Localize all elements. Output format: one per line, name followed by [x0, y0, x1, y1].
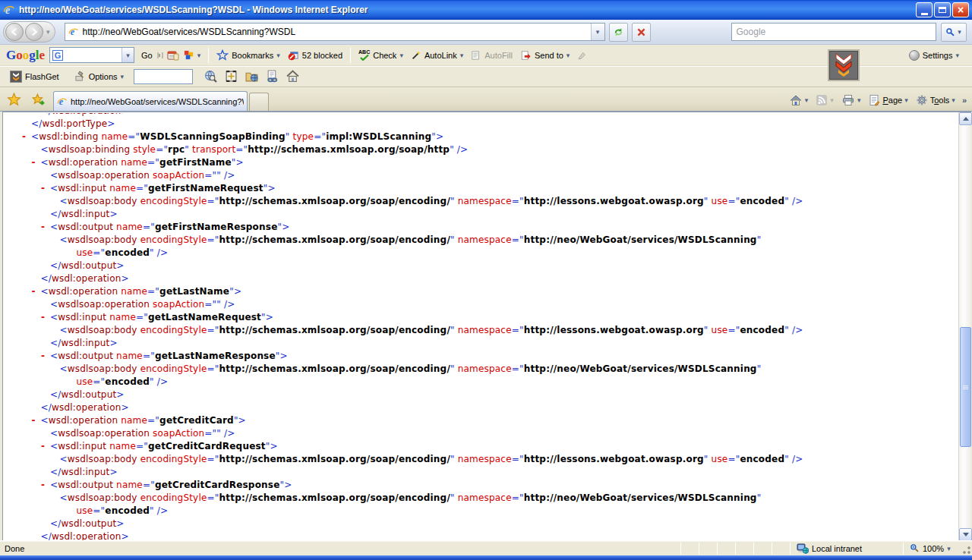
- collapse-toggle[interactable]: -: [41, 479, 45, 492]
- google-logo: Google: [6, 48, 45, 63]
- collapse-toggle[interactable]: -: [32, 285, 36, 298]
- command-overflow-chevron[interactable]: »: [962, 96, 967, 105]
- search-options-dropdown[interactable]: ▾: [958, 28, 961, 36]
- tab-bar: e http://neo/WebGoat/services/WSDLScanni…: [0, 87, 972, 112]
- browser-window: e http://neo/WebGoat/services/WSDLScanni…: [0, 0, 972, 560]
- highlighter-icon[interactable]: [576, 50, 587, 61]
- collapse-toggle[interactable]: -: [22, 131, 26, 143]
- scroll-down-button[interactable]: [959, 528, 972, 541]
- xml-line: </wsdl:operation>: [3, 272, 958, 285]
- page-icon: [868, 94, 880, 106]
- url-history-dropdown[interactable]: ▾: [591, 24, 604, 40]
- collapse-toggle[interactable]: -: [41, 440, 45, 453]
- collapse-toggle[interactable]: -: [32, 414, 36, 427]
- home-icon: [286, 70, 299, 83]
- popup-blocker-button[interactable]: 52 blocked: [284, 47, 346, 63]
- tools-menu-button[interactable]: Tools ▾: [913, 92, 958, 109]
- page-favicon-ie-icon: e: [68, 27, 79, 37]
- xml-line: <wsdlsoap:body encodingStyle="http://sch…: [3, 492, 958, 505]
- scrollbar-thumb[interactable]: [960, 327, 971, 447]
- settings-sphere-icon: [909, 50, 920, 61]
- add-favorite-button[interactable]: [29, 90, 47, 109]
- forward-button[interactable]: [25, 23, 43, 41]
- google-go-button[interactable]: Go: [137, 49, 156, 62]
- spellcheck-abc-icon: ABC: [358, 49, 370, 61]
- google-g-icon: G: [52, 50, 63, 61]
- xml-line: -<wsdl:operation name="getLastName">: [3, 285, 958, 298]
- google-search-dropdown[interactable]: ▾: [122, 48, 134, 62]
- collapse-toggle[interactable]: -: [32, 156, 36, 169]
- google-toolbar: Google G ▾ Go ▾ Bookmarks ▾: [0, 45, 972, 66]
- spellcheck-button[interactable]: ABC Check ▾: [355, 47, 407, 63]
- resize-grip[interactable]: [961, 544, 971, 555]
- sitesearch-cube-icon: [183, 49, 194, 61]
- window-capture-icon: [225, 70, 238, 83]
- stop-icon: [636, 27, 646, 37]
- flashget-options-button[interactable]: Options ▾: [71, 68, 128, 84]
- search-icon: [945, 27, 955, 37]
- search-box[interactable]: Google: [731, 23, 936, 41]
- tools-menu-label: Tools: [930, 96, 950, 105]
- new-tab-button[interactable]: [249, 93, 269, 111]
- search-button[interactable]: ▾: [941, 23, 967, 42]
- collapse-toggle[interactable]: -: [41, 182, 45, 195]
- scroll-up-button[interactable]: [959, 112, 972, 125]
- tab-active[interactable]: e http://neo/WebGoat/services/WSDLScanni…: [53, 91, 248, 111]
- maximize-icon: [939, 7, 946, 13]
- xml-line: </wsdl:input>: [3, 466, 958, 479]
- send-to-button[interactable]: Send to ▾: [516, 48, 573, 63]
- options-tool-icon: [74, 71, 86, 82]
- flashget-download-link-button[interactable]: [262, 68, 282, 85]
- xml-line: </wsdl:output>: [3, 260, 958, 272]
- recent-pages-dropdown[interactable]: ▾: [46, 28, 50, 36]
- autofill-button[interactable]: AutoFill: [467, 48, 516, 63]
- back-button[interactable]: [5, 23, 24, 41]
- flashget-capture-button[interactable]: [221, 68, 241, 85]
- stop-button[interactable]: [632, 23, 651, 42]
- news-icon[interactable]: [167, 50, 179, 61]
- collapse-toggle[interactable]: -: [41, 221, 45, 234]
- xml-line: </wsdl:input>: [3, 337, 958, 350]
- xml-line: </wsdl:portType>: [3, 118, 958, 131]
- xml-line: use="encoded" />: [3, 247, 958, 260]
- maximize-button[interactable]: [934, 2, 951, 17]
- bookmarks-button[interactable]: Bookmarks ▾: [213, 47, 284, 63]
- refresh-button[interactable]: [609, 23, 628, 42]
- autolink-button[interactable]: AutoLink ▾: [407, 48, 467, 63]
- flashget-button[interactable]: FlashGet: [6, 68, 63, 85]
- flashget-search-input[interactable]: [134, 69, 193, 84]
- google-sitesearch-button[interactable]: ▾: [179, 47, 205, 63]
- favorites-center-button[interactable]: [5, 90, 23, 109]
- google-settings-button[interactable]: Settings ▾: [905, 48, 963, 63]
- collapse-toggle[interactable]: -: [41, 311, 45, 324]
- page-menu-button[interactable]: Page ▾: [865, 92, 910, 109]
- flashget-site-explorer-button[interactable]: [241, 68, 262, 85]
- xml-line: </wsdl:output>: [3, 518, 958, 530]
- flashget-home-button[interactable]: [282, 68, 303, 85]
- print-button[interactable]: ▾: [838, 92, 864, 109]
- svg-text:e: e: [59, 96, 64, 107]
- xml-line: <wsdlsoap:body encodingStyle="http://sch…: [3, 324, 958, 337]
- vertical-scrollbar[interactable]: [958, 112, 971, 541]
- url-field[interactable]: e http://neo/WebGoat/services/WSDLScanni…: [65, 23, 605, 41]
- command-bar: ▾ ▾ ▾ Page ▾ Tools ▾ »: [786, 92, 969, 109]
- home-button[interactable]: ▾: [786, 92, 812, 109]
- flashget-search-button[interactable]: [200, 68, 221, 85]
- feeds-button[interactable]: ▾: [813, 92, 837, 109]
- collapse-toggle[interactable]: -: [41, 350, 45, 363]
- bookmarks-star-icon: [216, 49, 229, 61]
- flashget-dropzone[interactable]: [828, 49, 860, 81]
- close-button[interactable]: ×: [952, 2, 969, 17]
- google-search-combo[interactable]: G ▾: [49, 47, 134, 63]
- scroll-down-arrow-icon: [963, 533, 969, 536]
- xml-line: <wsdlsoap:operation soapAction="" />: [3, 298, 958, 311]
- xml-line: use="encoded" />: [3, 505, 958, 518]
- flashget-toolbar: FlashGet Options ▾: [0, 66, 972, 87]
- link-page-icon: [266, 70, 279, 83]
- toolbar-separator: [350, 48, 351, 63]
- page-content: </wsdl:operation></wsdl:portType>-<wsdl:…: [2, 112, 971, 540]
- url-text[interactable]: http://neo/WebGoat/services/WSDLScanning…: [83, 27, 591, 37]
- minimize-button[interactable]: [916, 2, 933, 17]
- xml-line: -<wsdl:output name="getLastNameResponse"…: [3, 350, 958, 363]
- status-text: Done: [5, 544, 24, 553]
